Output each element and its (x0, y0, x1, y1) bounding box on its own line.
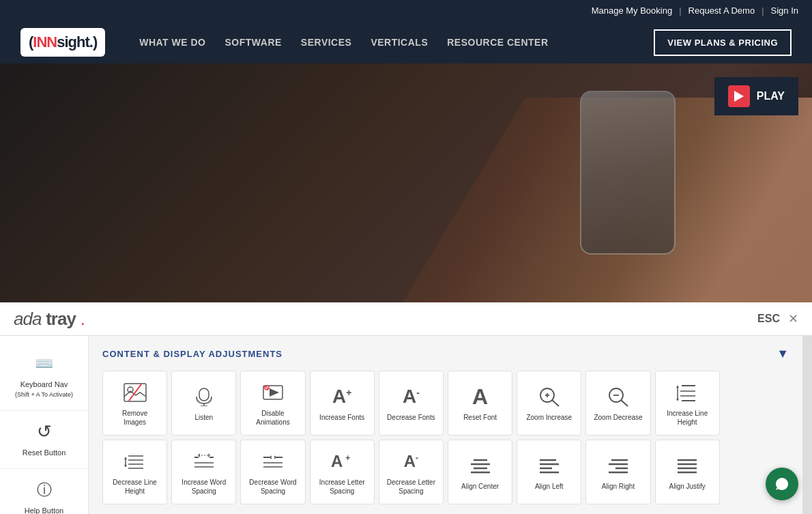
ada-main-content: CONTENT & DISPLAY ADJUSTMENTS ▼ RemoveIm… (89, 336, 802, 514)
increase-line-height-button[interactable]: Increase Line Height (655, 371, 720, 436)
align-center-button[interactable]: Align Center (448, 440, 512, 504)
svg-line-17 (621, 400, 628, 406)
view-plans-button[interactable]: VIEW PLANS & PRICING (654, 29, 792, 56)
navigation: (INNsight.) WHAT WE DO SOFTWARE SERVICES… (0, 21, 812, 63)
increase-fonts-button[interactable]: A+ Increase Fonts (310, 371, 375, 436)
disable-animations-button[interactable]: DisableAnimations (240, 371, 305, 436)
align-left-icon (538, 453, 560, 478)
section-header: CONTENT & DISPLAY ADJUSTMENTS ▼ (102, 347, 789, 361)
align-left-button[interactable]: Align Left (517, 440, 581, 504)
remove-images-button[interactable]: RemoveImages (102, 371, 167, 436)
hero-section: PLAY (0, 63, 812, 302)
nav-software[interactable]: SOFTWARE (225, 37, 282, 48)
increase-letter-spacing-label: Increase Letter Spacing (313, 478, 371, 496)
align-right-button[interactable]: Align Right (585, 440, 650, 504)
disable-animations-icon (262, 380, 284, 405)
ada-panel: ⌨️ Keyboard Nav(Shift + A To Activate) ↺… (0, 336, 812, 514)
increase-letter-spacing-button[interactable]: A+ Increase Letter Spacing (310, 440, 375, 504)
increase-letter-spacing-icon: A+ (331, 449, 353, 474)
play-icon (728, 85, 750, 107)
remove-images-label: RemoveImages (122, 409, 147, 427)
sidebar-item-reset[interactable]: ↺ Reset Button (0, 411, 88, 469)
align-right-icon (607, 453, 629, 478)
ada-controls: ESC ✕ (757, 311, 798, 326)
remove-images-icon (124, 380, 147, 405)
nav-links: WHAT WE DO SOFTWARE SERVICES VERTICALS R… (139, 37, 633, 48)
close-icon[interactable]: ✕ (788, 311, 798, 326)
nav-services[interactable]: SERVICES (301, 37, 352, 48)
esc-button[interactable]: ESC (757, 313, 780, 325)
logo-text: (INNsight.) (29, 33, 97, 51)
section-title: CONTENT & DISPLAY ADJUSTMENTS (102, 349, 282, 359)
keyboard-label: Keyboard Nav(Shift + A To Activate) (15, 380, 73, 399)
sidebar-item-keyboard-nav[interactable]: ⌨️ Keyboard Nav(Shift + A To Activate) (0, 343, 88, 411)
play-label: PLAY (757, 90, 785, 102)
manage-booking-link[interactable]: Manage My Booking (592, 5, 673, 16)
reset-font-label: Reset Font (463, 413, 497, 422)
request-demo-link[interactable]: Request A Demo (688, 5, 755, 16)
decrease-word-spacing-label: Decrease Word Spacing (244, 478, 302, 496)
decrease-word-spacing-button[interactable]: Decrease Word Spacing (240, 440, 305, 504)
chat-bubble[interactable] (766, 468, 798, 500)
logo: (INNsight.) (20, 28, 105, 57)
increase-word-spacing-button[interactable]: Increase Word Spacing (171, 440, 236, 504)
zoom-decrease-label: Zoom Decrease (594, 413, 642, 422)
reset-font-icon: A (472, 384, 488, 409)
decrease-letter-spacing-button[interactable]: A- Decrease Letter Spacing (379, 440, 444, 504)
ada-sidebar: ⌨️ Keyboard Nav(Shift + A To Activate) ↺… (0, 336, 89, 514)
align-left-label: Align Left (535, 482, 564, 491)
play-button[interactable]: PLAY (714, 77, 798, 115)
top-bar: Manage My Booking | Request A Demo | Sig… (0, 0, 812, 21)
increase-line-height-label: Increase Line Height (658, 409, 716, 427)
esc-label: ESC (757, 313, 780, 325)
align-justify-button[interactable]: Align Justify (655, 440, 720, 504)
align-center-icon (469, 453, 491, 478)
ada-tray-bar: ada tray . ESC ✕ (0, 302, 812, 336)
zoom-decrease-icon (607, 384, 629, 409)
reset-font-button[interactable]: A Reset Font (448, 371, 512, 436)
help-icon: ⓘ (31, 480, 58, 500)
logo-box: (INNsight.) (20, 28, 105, 57)
decrease-fonts-icon: A- (403, 384, 420, 409)
decrease-line-height-button[interactable]: Decrease Line Height (102, 440, 167, 504)
scrollbar[interactable] (802, 336, 812, 514)
decrease-word-spacing-icon (262, 449, 284, 474)
decrease-line-height-label: Decrease Line Height (106, 478, 164, 496)
nav-what-we-do[interactable]: WHAT WE DO (139, 37, 205, 48)
zoom-increase-button[interactable]: Zoom Increase (517, 371, 581, 436)
increase-line-height-icon (676, 380, 698, 405)
svg-line-10 (265, 386, 268, 389)
collapse-button[interactable]: ▼ (777, 347, 789, 361)
zoom-decrease-button[interactable]: Zoom Decrease (585, 371, 650, 436)
align-center-label: Align Center (461, 482, 499, 491)
decrease-fonts-label: Decrease Fonts (387, 413, 435, 422)
reset-icon: ↺ (31, 422, 58, 442)
nav-verticals[interactable]: VERTICALS (371, 37, 428, 48)
svg-rect-4 (199, 388, 209, 401)
decrease-letter-spacing-icon: A- (404, 449, 418, 474)
reset-label: Reset Button (23, 448, 66, 457)
decrease-fonts-button[interactable]: A- Decrease Fonts (379, 371, 444, 436)
decrease-letter-spacing-label: Decrease Letter Spacing (382, 478, 440, 496)
svg-marker-8 (270, 388, 279, 397)
buttons-row-1: RemoveImages Listen (102, 371, 789, 436)
increase-fonts-label: Increase Fonts (319, 413, 364, 422)
nav-resource-center[interactable]: RESOURCE CENTER (447, 37, 548, 48)
keyboard-icon: ⌨️ (31, 354, 58, 374)
logo-inn: INN (33, 33, 57, 51)
buttons-row-2: Decrease Line Height Increase Word Spaci… (102, 440, 789, 504)
disable-animations-label: DisableAnimations (256, 409, 289, 427)
zoom-increase-label: Zoom Increase (526, 413, 572, 422)
help-label: Help Button (25, 506, 63, 514)
ada-logo: ada tray . (14, 308, 85, 330)
divider-1: | (679, 5, 681, 16)
increase-fonts-icon: A+ (332, 384, 351, 409)
align-justify-label: Align Justify (669, 482, 706, 491)
sign-in-link[interactable]: Sign In (771, 5, 798, 16)
align-right-label: Align Right (602, 482, 635, 491)
increase-word-spacing-icon (193, 449, 215, 474)
zoom-increase-icon (538, 384, 560, 409)
listen-button[interactable]: Listen (171, 371, 236, 436)
increase-word-spacing-label: Increase Word Spacing (175, 478, 233, 496)
sidebar-item-help[interactable]: ⓘ Help Button (0, 469, 88, 514)
